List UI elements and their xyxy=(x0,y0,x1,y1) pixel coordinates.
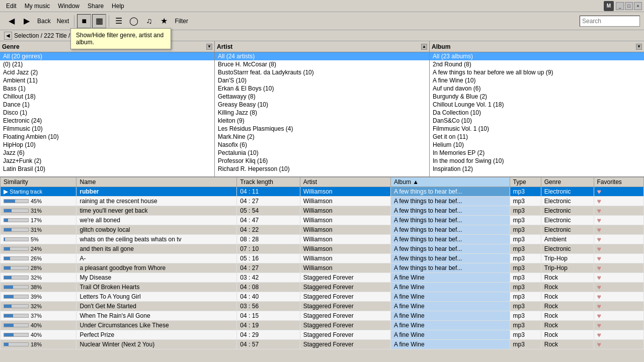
genre-list-item[interactable]: Disco (1) xyxy=(0,109,214,117)
favorite-icon[interactable]: ♥ xyxy=(597,321,601,329)
album-list-item[interactable]: All (23 albums) xyxy=(430,52,644,60)
table-row[interactable]: 39%Letters To A Young Girl04 : 40Stagger… xyxy=(1,292,644,302)
artist-sort-button[interactable]: ▲ xyxy=(421,44,427,50)
list-view-button[interactable]: ☰ xyxy=(112,14,126,28)
album-list-item[interactable]: Da Collection (10) xyxy=(430,109,644,117)
table-row[interactable]: 40%Perfect Prize04 : 29Staggered Forever… xyxy=(1,330,644,340)
album-list-item[interactable]: Helium (10) xyxy=(430,141,644,149)
table-row[interactable]: 24%and then its all gone07 : 10Williamso… xyxy=(1,244,644,254)
table-row[interactable]: 37%When The Rain's All Gone04 : 15Stagge… xyxy=(1,311,644,321)
genre-list-item[interactable]: Bass (1) xyxy=(0,84,214,93)
album-list-item[interactable]: Get it on (11) xyxy=(430,133,644,141)
col-album[interactable]: Album ▲ xyxy=(390,177,510,187)
genre-list-item[interactable]: Floating Ambien (10) xyxy=(0,133,214,141)
artist-list-item[interactable]: All (24 artists) xyxy=(215,52,429,60)
menu-my-music[interactable]: My music xyxy=(21,2,54,11)
table-row[interactable]: 18%Nuclear Winter (Next 2 You)04 : 57Sta… xyxy=(1,340,644,349)
favorite-icon[interactable]: ♥ xyxy=(597,188,601,196)
genre-list-item[interactable]: Electronic (24) xyxy=(0,117,214,125)
col-name[interactable]: Name xyxy=(76,177,237,187)
col-type[interactable]: Type xyxy=(510,177,541,187)
favorite-icon[interactable]: ♥ xyxy=(597,274,601,282)
album-list-item[interactable]: Inspiration (12) xyxy=(430,165,644,173)
album-list-item[interactable]: DanS&Co (10) xyxy=(430,117,644,125)
genre-list-item[interactable]: Ambient (11) xyxy=(0,76,214,84)
sidebar-toggle-button[interactable]: ■ xyxy=(77,14,91,28)
artist-list-item[interactable]: Pectalunia (10) xyxy=(215,149,429,157)
artist-list-item[interactable]: Les Résidus Plasmiques (4) xyxy=(215,125,429,133)
genre-sort-button[interactable]: ▼ xyxy=(206,44,212,50)
menu-window[interactable]: Window xyxy=(54,2,84,11)
genre-list-item[interactable]: (0) (21) xyxy=(0,60,214,68)
close-button[interactable]: × xyxy=(634,2,642,10)
album-list-item[interactable]: Burgundy & Blue (2) xyxy=(430,93,644,101)
menu-share[interactable]: Share xyxy=(84,2,108,11)
artist-list-item[interactable]: BustoStarrr feat. da Ladykrauts (10) xyxy=(215,68,429,76)
favorite-icon[interactable]: ♥ xyxy=(597,264,601,272)
favorite-icon[interactable]: ♥ xyxy=(597,302,601,310)
table-row[interactable]: 26%A-05 : 16WilliamsonA few things to he… xyxy=(1,254,644,263)
artist-list-item[interactable]: Bruce H. McCosar (8) xyxy=(215,60,429,68)
artist-list-item[interactable]: Richard R. Hepersson (10) xyxy=(215,165,429,173)
col-favorites[interactable]: Favorites xyxy=(594,177,643,187)
table-row[interactable]: 32%My Disease03 : 42Staggered ForeverA f… xyxy=(1,273,644,283)
genre-list-item[interactable]: Latin Brasil (10) xyxy=(0,165,214,173)
album-list-item[interactable]: Chillout Lounge Vol. 1 (18) xyxy=(430,101,644,109)
next-button[interactable]: ▶ xyxy=(20,14,34,28)
table-row[interactable]: 31%time you'll never get back05 : 54Will… xyxy=(1,206,644,216)
back-button[interactable]: ◀ xyxy=(5,14,19,28)
favorite-icon[interactable]: ♥ xyxy=(597,312,601,320)
favorite-icon[interactable]: ♥ xyxy=(597,197,601,205)
filter-button[interactable]: ▦ xyxy=(92,14,106,28)
album-list-item[interactable]: A fine Wine (10) xyxy=(430,76,644,84)
favorite-icon[interactable]: ♥ xyxy=(597,293,601,301)
col-similarity[interactable]: Similarity xyxy=(1,177,76,187)
col-artist[interactable]: Artist xyxy=(300,177,390,187)
album-sort-button[interactable]: ▼ xyxy=(636,44,642,50)
favorite-icon[interactable]: ♥ xyxy=(597,283,601,291)
table-row[interactable]: 40%Under Circumstances Like These04 : 19… xyxy=(1,321,644,330)
artist-list-item[interactable]: Gettawayy (8) xyxy=(215,93,429,101)
grid-view-button[interactable]: ◯ xyxy=(127,14,141,28)
artist-list-item[interactable]: Killing Jazz (8) xyxy=(215,109,429,117)
table-row[interactable]: 17%we're all boned04 : 47WilliamsonA few… xyxy=(1,216,644,225)
album-list-item[interactable]: Auf und davon (6) xyxy=(430,84,644,93)
album-list-item[interactable]: In Memories EP (2) xyxy=(430,149,644,157)
star-button[interactable]: ★ xyxy=(157,14,171,28)
artist-list-item[interactable]: Professor Kliq (16) xyxy=(215,157,429,165)
table-row[interactable]: 38%Trail Of Broken Hearts04 : 08Staggere… xyxy=(1,283,644,292)
table-row[interactable]: 32%Don't Get Me Started03 : 56Staggered … xyxy=(1,302,644,311)
artist-list-item[interactable]: Mark.Nine (2) xyxy=(215,133,429,141)
genre-list-item[interactable]: Dance (1) xyxy=(0,101,214,109)
genre-list-item[interactable]: Filmmusic (10) xyxy=(0,125,214,133)
genre-list-item[interactable]: Chillout (18) xyxy=(0,93,214,101)
favorite-icon[interactable]: ♥ xyxy=(597,254,601,262)
table-row[interactable]: 5%whats on the ceiling beats whats on tv… xyxy=(1,235,644,244)
table-row[interactable]: 31%glitch cowboy local04 : 22WilliamsonA… xyxy=(1,225,644,235)
album-list-item[interactable]: Filmmusic Vol. 1 (10) xyxy=(430,125,644,133)
favorite-icon[interactable]: ♥ xyxy=(597,207,601,215)
favorite-icon[interactable]: ♥ xyxy=(597,216,601,224)
album-list-item[interactable]: In the mood for Swing (10) xyxy=(430,157,644,165)
col-genre[interactable]: Genre xyxy=(541,177,594,187)
artist-list-item[interactable]: Dan'S (10) xyxy=(215,76,429,84)
table-row[interactable]: 28%a pleasant goodbye from Whore04 : 27W… xyxy=(1,263,644,273)
album-list-item[interactable]: A few things to hear before we all blow … xyxy=(430,68,644,76)
search-input[interactable] xyxy=(580,16,640,27)
maximize-button[interactable]: □ xyxy=(625,2,633,10)
genre-list-item[interactable]: HipHop (10) xyxy=(0,141,214,149)
table-row[interactable]: ▶ Starting trackrubber04 : 11WilliamsonA… xyxy=(1,187,644,197)
genre-list-item[interactable]: Acid Jazz (2) xyxy=(0,68,214,76)
artist-list-item[interactable]: Erkan & El Boys (10) xyxy=(215,84,429,93)
minimize-button[interactable]: _ xyxy=(616,2,624,10)
favorite-icon[interactable]: ♥ xyxy=(597,340,601,348)
genre-list-item[interactable]: Jazz (6) xyxy=(0,149,214,157)
artist-list-item[interactable]: Greasy Beasy (10) xyxy=(215,101,429,109)
favorite-icon[interactable]: ♥ xyxy=(597,235,601,243)
menu-edit[interactable]: Edit xyxy=(2,2,21,11)
table-row[interactable]: 45%raining at the crescent house04 : 27W… xyxy=(1,197,644,206)
favorite-icon[interactable]: ♥ xyxy=(597,245,601,253)
selection-back-button[interactable]: ◀ xyxy=(4,32,12,40)
album-list-item[interactable]: 2nd Round (8) xyxy=(430,60,644,68)
genre-list-item[interactable]: All (20 genres) xyxy=(0,52,214,60)
